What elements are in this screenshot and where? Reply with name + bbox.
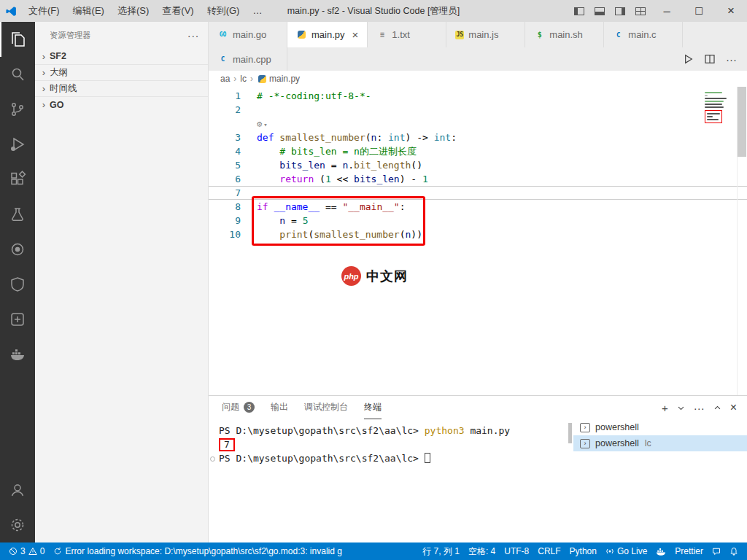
notifications-status[interactable] xyxy=(725,542,743,560)
errors-icon xyxy=(9,547,18,556)
panel-tab-问题[interactable]: 问题3 xyxy=(222,396,255,419)
concentric-circles-icon[interactable] xyxy=(0,232,35,267)
terminal-scrollbar-thumb[interactable] xyxy=(568,423,572,443)
code-line[interactable]: 5 bits_len = n.bit_length() xyxy=(209,158,747,172)
minimize-button[interactable]: ─ xyxy=(651,0,683,22)
editor-tab-1.txt[interactable]: ≡1.txt xyxy=(368,22,446,47)
code-line[interactable]: 8if __name__ == "__main__": xyxy=(209,200,747,214)
settings-gear-icon[interactable] xyxy=(0,508,35,542)
code-line[interactable]: 4 # bits_len = n的二进制长度 xyxy=(209,144,747,158)
more-actions-icon[interactable]: ··· xyxy=(187,29,199,42)
line-number: 4 xyxy=(209,144,241,158)
sidebar-item-GO[interactable]: ›GO xyxy=(35,96,208,112)
editor-tab-main.sh[interactable]: $main.sh xyxy=(525,22,604,47)
editor-scrollbar[interactable] xyxy=(737,87,747,395)
run-file-icon[interactable] xyxy=(682,53,694,65)
split-editor-icon[interactable] xyxy=(704,53,716,65)
editor-tab-main.c[interactable]: Cmain.c xyxy=(604,22,683,47)
breadcrumb-separator: › xyxy=(230,74,240,84)
toggle-panel-icon[interactable] xyxy=(589,0,610,22)
customize-layout-icon[interactable] xyxy=(630,0,651,22)
problems-status[interactable]: 30 xyxy=(4,542,49,560)
run-debug-icon[interactable] xyxy=(0,127,35,162)
tab-label: 1.txt xyxy=(392,29,410,40)
menu-item[interactable]: 查看(V) xyxy=(155,0,200,22)
terminal-text: PS D:\mysetup\gopath\src\sf2\aa\lc> xyxy=(219,425,425,436)
sidebar-item-label: 时间线 xyxy=(50,82,77,95)
close-panel-icon[interactable]: × xyxy=(730,401,737,414)
menu-item[interactable]: 选择(S) xyxy=(111,0,155,22)
close-tab-icon[interactable]: × xyxy=(352,29,359,40)
prettier-status[interactable]: Prettier xyxy=(670,542,708,560)
code-token: 1 xyxy=(422,174,428,184)
maximize-panel-icon[interactable] xyxy=(713,404,721,412)
codelens-row[interactable]: ⚙▾ xyxy=(209,117,747,131)
menu-item[interactable]: … xyxy=(246,0,268,22)
breadcrumb-item[interactable]: aa xyxy=(220,74,230,84)
code-line[interactable]: 1# -*-coding:utf-8-*- xyxy=(209,89,747,103)
language-mode-status[interactable]: Python xyxy=(565,542,601,560)
editor-tab-main.js[interactable]: JSmain.js xyxy=(446,22,525,47)
menu-item[interactable]: 转到(G) xyxy=(201,0,247,22)
extensions-icon[interactable] xyxy=(0,162,35,197)
code-editor[interactable]: 1# -*-coding:utf-8-*-2⚙▾3def smallest_nu… xyxy=(209,87,747,395)
maximize-button[interactable]: ☐ xyxy=(683,0,715,22)
terminal-list-item[interactable]: ›powershelllc xyxy=(573,435,747,451)
cursor-position-status[interactable]: 行 7, 列 1 xyxy=(418,542,464,560)
line-number: 9 xyxy=(209,214,241,228)
encoding-status[interactable]: UTF-8 xyxy=(500,542,533,560)
search-icon[interactable] xyxy=(0,57,35,92)
panel-tab-输出[interactable]: 输出 xyxy=(271,396,288,419)
breadcrumb-item[interactable]: lc xyxy=(240,74,247,84)
tab-label: main.js xyxy=(468,29,498,40)
panel-tab-调试控制台[interactable]: 调试控制台 xyxy=(304,396,348,419)
code-line[interactable]: 7 xyxy=(209,186,747,200)
go-live-status[interactable]: Go Live xyxy=(601,542,651,560)
more-actions-icon[interactable]: ··· xyxy=(694,402,705,414)
indentation-status[interactable]: 空格: 4 xyxy=(464,542,500,560)
code-line[interactable]: 3def smallest_number(n: int) -> int: xyxy=(209,131,747,144)
close-window-button[interactable]: × xyxy=(715,0,747,22)
terminal-list-item[interactable]: ›powershell xyxy=(573,419,747,435)
breadcrumb: aa›lc›main.py xyxy=(209,71,747,87)
new-terminal-icon[interactable]: + xyxy=(662,402,668,414)
menu-item[interactable]: 文件(F) xyxy=(22,0,66,22)
workspace-error-status[interactable]: Error loading workspace: D:\mysetup\gopa… xyxy=(49,542,347,560)
eol-status[interactable]: CRLF xyxy=(533,542,565,560)
docker-icon[interactable] xyxy=(0,337,35,372)
go-file-icon: GO xyxy=(217,29,228,40)
code-token: : xyxy=(376,132,388,143)
menu-item[interactable]: 编辑(E) xyxy=(66,0,111,22)
more-actions-icon[interactable]: ··· xyxy=(726,53,737,66)
sidebar-item-SF2[interactable]: ›SF2 xyxy=(35,48,208,64)
code-text: n = 5 xyxy=(241,214,308,228)
docker-status[interactable] xyxy=(651,542,670,560)
account-icon[interactable] xyxy=(0,472,35,508)
toggle-secondary-sidebar-icon[interactable] xyxy=(610,0,630,22)
code-line[interactable]: 9 n = 5 xyxy=(209,214,747,228)
editor-scrollbar-thumb[interactable] xyxy=(738,87,746,157)
editor-tab-main.cpp[interactable]: Cmain.cpp xyxy=(209,47,287,71)
explorer-icon[interactable] xyxy=(0,22,35,57)
shield-icon[interactable] xyxy=(0,267,35,302)
minimap[interactable] xyxy=(705,90,732,123)
square-plus-icon[interactable] xyxy=(0,302,35,337)
inline-settings-icon[interactable]: ⚙▾ xyxy=(257,119,268,129)
panel-tab-终端[interactable]: 终端 xyxy=(364,396,382,419)
feedback-status[interactable] xyxy=(708,542,725,560)
code-line[interactable]: 2 xyxy=(209,103,747,117)
code-line[interactable]: 10 print(smallest_number(n)) xyxy=(209,228,747,241)
terminal-output[interactable]: PS D:\mysetup\gopath\src\sf2\aa\lc> pyth… xyxy=(209,419,573,542)
test-beaker-icon[interactable] xyxy=(0,197,35,232)
sidebar-item-时间线[interactable]: ›时间线 xyxy=(35,80,208,96)
status-label: 行 7, 列 1 xyxy=(422,545,460,558)
toggle-sidebar-icon[interactable] xyxy=(569,0,589,22)
error-count: 3 xyxy=(20,546,26,556)
chevron-down-icon[interactable] xyxy=(677,404,685,412)
sidebar-item-大纲[interactable]: ›大纲 xyxy=(35,64,208,80)
breadcrumb-item[interactable]: main.py xyxy=(269,74,300,84)
code-line[interactable]: 6 return (1 << bits_len) - 1 xyxy=(209,172,747,186)
editor-tab-main.py[interactable]: main.py× xyxy=(287,22,368,47)
source-control-icon[interactable] xyxy=(0,92,35,127)
editor-tab-main.go[interactable]: GOmain.go xyxy=(209,22,287,47)
